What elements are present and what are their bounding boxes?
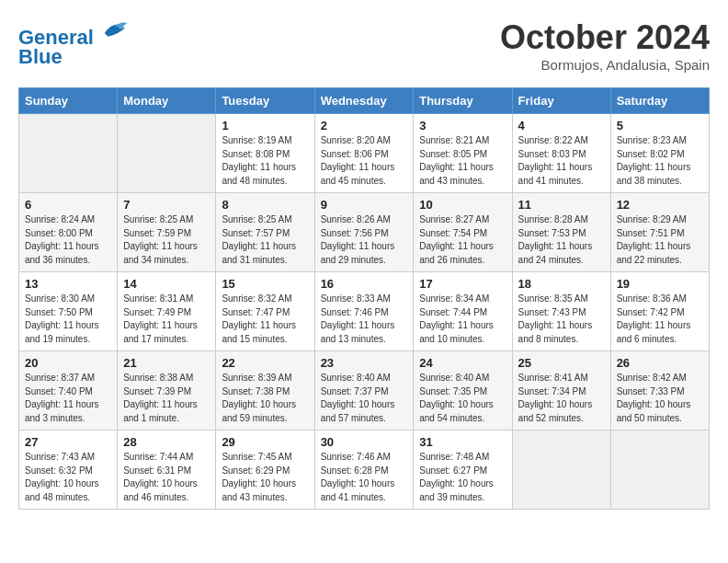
- day-info: Sunrise: 7:48 AMSunset: 6:27 PMDaylight:…: [419, 451, 506, 504]
- calendar-table: SundayMondayTuesdayWednesdayThursdayFrid…: [18, 87, 710, 510]
- day-info: Sunrise: 8:42 AMSunset: 7:33 PMDaylight:…: [617, 372, 703, 425]
- day-number: 13: [25, 277, 111, 291]
- day-info: Sunrise: 8:22 AMSunset: 8:03 PMDaylight:…: [518, 134, 605, 188]
- calendar-cell: 25Sunrise: 8:41 AMSunset: 7:34 PMDayligh…: [512, 351, 610, 431]
- day-info: Sunrise: 8:30 AMSunset: 7:50 PMDaylight:…: [25, 293, 111, 346]
- day-info: Sunrise: 8:25 AMSunset: 7:57 PMDaylight:…: [222, 213, 308, 267]
- calendar-cell: 11Sunrise: 8:28 AMSunset: 7:53 PMDayligh…: [512, 193, 610, 272]
- calendar-cell: 29Sunrise: 7:45 AMSunset: 6:29 PMDayligh…: [216, 431, 314, 510]
- day-number: 8: [222, 198, 308, 212]
- day-number: 10: [419, 198, 506, 212]
- logo: General Blue: [18, 18, 129, 69]
- day-info: Sunrise: 8:38 AMSunset: 7:39 PMDaylight:…: [123, 372, 210, 425]
- day-info: Sunrise: 7:45 AMSunset: 6:29 PMDaylight:…: [222, 451, 308, 504]
- logo-bird-icon: [101, 18, 129, 44]
- day-info: Sunrise: 7:43 AMSunset: 6:32 PMDaylight:…: [25, 451, 111, 504]
- day-info: Sunrise: 8:27 AMSunset: 7:54 PMDaylight:…: [419, 213, 506, 267]
- calendar-cell: 1Sunrise: 8:19 AMSunset: 8:08 PMDaylight…: [216, 114, 314, 193]
- day-info: Sunrise: 8:24 AMSunset: 8:00 PMDaylight:…: [25, 213, 111, 267]
- calendar-cell: 12Sunrise: 8:29 AMSunset: 7:51 PMDayligh…: [610, 193, 709, 272]
- day-number: 30: [321, 435, 408, 449]
- calendar-cell: 22Sunrise: 8:39 AMSunset: 7:38 PMDayligh…: [216, 351, 314, 431]
- calendar-cell: 6Sunrise: 8:24 AMSunset: 8:00 PMDaylight…: [19, 193, 118, 272]
- day-info: Sunrise: 8:34 AMSunset: 7:44 PMDaylight:…: [419, 293, 506, 346]
- day-info: Sunrise: 8:28 AMSunset: 7:53 PMDaylight:…: [518, 213, 605, 267]
- month-title: October 2024: [500, 18, 710, 57]
- day-number: 16: [321, 277, 408, 291]
- calendar-cell: 13Sunrise: 8:30 AMSunset: 7:50 PMDayligh…: [19, 272, 118, 351]
- day-number: 15: [222, 277, 308, 291]
- day-number: 23: [321, 356, 408, 370]
- calendar-cell: [118, 114, 216, 193]
- calendar-cell: 14Sunrise: 8:31 AMSunset: 7:49 PMDayligh…: [118, 272, 216, 351]
- calendar-week-row: 6Sunrise: 8:24 AMSunset: 8:00 PMDaylight…: [19, 193, 710, 272]
- day-number: 24: [419, 356, 506, 370]
- col-header-saturday: Saturday: [610, 88, 709, 114]
- col-header-sunday: Sunday: [19, 88, 118, 114]
- calendar-cell: [512, 431, 610, 510]
- day-number: 25: [518, 356, 605, 370]
- day-info: Sunrise: 8:41 AMSunset: 7:34 PMDaylight:…: [518, 372, 605, 425]
- calendar-cell: 8Sunrise: 8:25 AMSunset: 7:57 PMDaylight…: [216, 193, 314, 272]
- calendar-cell: [19, 114, 118, 193]
- day-number: 11: [518, 198, 605, 212]
- calendar-week-row: 20Sunrise: 8:37 AMSunset: 7:40 PMDayligh…: [19, 351, 710, 431]
- day-number: 26: [617, 356, 703, 370]
- day-info: Sunrise: 7:44 AMSunset: 6:31 PMDaylight:…: [123, 451, 210, 504]
- day-info: Sunrise: 8:26 AMSunset: 7:56 PMDaylight:…: [321, 213, 408, 267]
- day-number: 1: [222, 119, 308, 132]
- location: Bormujos, Andalusia, Spain: [500, 57, 710, 73]
- col-header-friday: Friday: [512, 88, 610, 114]
- day-info: Sunrise: 7:46 AMSunset: 6:28 PMDaylight:…: [321, 451, 408, 504]
- day-info: Sunrise: 8:40 AMSunset: 7:37 PMDaylight:…: [321, 372, 408, 425]
- day-number: 3: [419, 119, 506, 132]
- day-number: 31: [419, 435, 506, 449]
- col-header-monday: Monday: [118, 88, 216, 114]
- calendar-cell: 20Sunrise: 8:37 AMSunset: 7:40 PMDayligh…: [19, 351, 118, 431]
- calendar-cell: 5Sunrise: 8:23 AMSunset: 8:02 PMDaylight…: [610, 114, 709, 193]
- calendar-cell: 7Sunrise: 8:25 AMSunset: 7:59 PMDaylight…: [118, 193, 216, 272]
- day-info: Sunrise: 8:25 AMSunset: 7:59 PMDaylight:…: [123, 213, 210, 267]
- day-info: Sunrise: 8:19 AMSunset: 8:08 PMDaylight:…: [222, 134, 308, 188]
- day-number: 21: [123, 356, 210, 370]
- calendar-cell: 27Sunrise: 7:43 AMSunset: 6:32 PMDayligh…: [19, 431, 118, 510]
- calendar-cell: 24Sunrise: 8:40 AMSunset: 7:35 PMDayligh…: [414, 351, 512, 431]
- day-number: 18: [518, 277, 605, 291]
- calendar-cell: 19Sunrise: 8:36 AMSunset: 7:42 PMDayligh…: [610, 272, 709, 351]
- day-info: Sunrise: 8:35 AMSunset: 7:43 PMDaylight:…: [518, 293, 605, 346]
- calendar-cell: 16Sunrise: 8:33 AMSunset: 7:46 PMDayligh…: [314, 272, 414, 351]
- day-info: Sunrise: 8:31 AMSunset: 7:49 PMDaylight:…: [123, 293, 210, 346]
- calendar-cell: 15Sunrise: 8:32 AMSunset: 7:47 PMDayligh…: [216, 272, 314, 351]
- day-number: 6: [25, 198, 111, 212]
- day-info: Sunrise: 8:33 AMSunset: 7:46 PMDaylight:…: [321, 293, 408, 346]
- calendar-cell: 28Sunrise: 7:44 AMSunset: 6:31 PMDayligh…: [118, 431, 216, 510]
- calendar-cell: [610, 431, 709, 510]
- day-number: 20: [25, 356, 111, 370]
- calendar-cell: 17Sunrise: 8:34 AMSunset: 7:44 PMDayligh…: [414, 272, 512, 351]
- calendar-cell: 10Sunrise: 8:27 AMSunset: 7:54 PMDayligh…: [414, 193, 512, 272]
- day-info: Sunrise: 8:32 AMSunset: 7:47 PMDaylight:…: [222, 293, 308, 346]
- col-header-tuesday: Tuesday: [216, 88, 314, 114]
- calendar-cell: 3Sunrise: 8:21 AMSunset: 8:05 PMDaylight…: [414, 114, 512, 193]
- day-number: 12: [617, 198, 703, 212]
- day-number: 9: [321, 198, 408, 212]
- day-number: 28: [123, 435, 210, 449]
- day-info: Sunrise: 8:23 AMSunset: 8:02 PMDaylight:…: [617, 134, 703, 188]
- day-info: Sunrise: 8:20 AMSunset: 8:06 PMDaylight:…: [321, 134, 408, 188]
- day-info: Sunrise: 8:39 AMSunset: 7:38 PMDaylight:…: [222, 372, 308, 425]
- calendar-cell: 18Sunrise: 8:35 AMSunset: 7:43 PMDayligh…: [512, 272, 610, 351]
- calendar-week-row: 13Sunrise: 8:30 AMSunset: 7:50 PMDayligh…: [19, 272, 710, 351]
- day-number: 14: [123, 277, 210, 291]
- day-info: Sunrise: 8:36 AMSunset: 7:42 PMDaylight:…: [617, 293, 703, 346]
- calendar-week-row: 1Sunrise: 8:19 AMSunset: 8:08 PMDaylight…: [19, 114, 710, 193]
- day-number: 17: [419, 277, 506, 291]
- calendar-cell: 4Sunrise: 8:22 AMSunset: 8:03 PMDaylight…: [512, 114, 610, 193]
- day-number: 2: [321, 119, 408, 132]
- day-info: Sunrise: 8:37 AMSunset: 7:40 PMDaylight:…: [25, 372, 111, 425]
- calendar-cell: 9Sunrise: 8:26 AMSunset: 7:56 PMDaylight…: [314, 193, 414, 272]
- page-header: General Blue October 2024 Bormujos, Anda…: [18, 18, 710, 73]
- calendar-cell: 31Sunrise: 7:48 AMSunset: 6:27 PMDayligh…: [414, 431, 512, 510]
- day-number: 22: [222, 356, 308, 370]
- day-number: 4: [518, 119, 605, 132]
- day-info: Sunrise: 8:40 AMSunset: 7:35 PMDaylight:…: [419, 372, 506, 425]
